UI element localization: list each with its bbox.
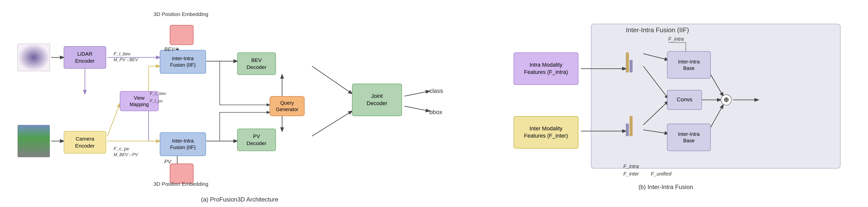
mbev-pv-label: M_BEV→PV [114,152,138,157]
add-circle: ⊕ [721,94,732,106]
convs-box: Convs [667,90,702,110]
inter-intra-base-bottom: Inter-Intra Base [667,124,711,151]
fintra-bottom-label: F_intra [623,164,639,169]
pv-label: PV [164,158,171,165]
right-caption: (b) Inter-Intra Fusion [579,183,753,190]
bar-tall-1 [626,53,629,72]
pos3d-top-label: 3D Position Embedding [154,11,208,17]
joint-decoder-box: Joint Decoder [352,84,402,116]
inter-intra-base-top: Inter-Intra Base [667,51,711,79]
pos3d-bottom-label: 3D Position Embedding [154,181,208,187]
iif-title: Inter-Intra Fusion (IIF) [626,26,689,34]
left-arrows-svg [15,9,489,199]
class-label: class [429,87,443,94]
right-diagram: Inter-Intra Fusion (IIF) [503,14,853,194]
query-generator-box: Query Generator [270,96,305,116]
camera-encoder-box: Camera Encoder [64,131,106,154]
svg-line-12 [312,66,352,94]
bar-tall-2 [629,116,632,136]
left-diagram: LiDAR Encoder Camera Encoder View Mappin… [15,9,489,199]
bev-decoder-box: BEV Decoder [237,53,276,75]
svg-line-14 [404,91,429,96]
main-container: LiDAR Encoder Camera Encoder View Mappin… [0,0,868,207]
bar-short-2 [626,124,629,136]
svg-line-4 [107,104,120,136]
bbox-label: bbox [429,109,442,116]
finter-bars [626,116,632,136]
svg-line-13 [312,111,352,136]
fintra-top-label: F_intra [668,36,684,42]
svg-line-15 [404,106,429,111]
fc-pv-label: F_c_pv [114,146,129,152]
lidar-image [18,44,50,71]
fc-bev-label: F_c_bev [150,91,166,96]
iif-container-box [591,24,841,169]
camera-image [18,125,50,157]
inter-features-box: Inter Modality Features (F_inter) [514,116,579,149]
lidar-encoder-box: LiDAR Encoder [64,46,106,69]
iif-bottom-box: Inter-Intra Fusion (IIF) [160,132,206,156]
fl-bev-label: F_l_bev [114,51,130,57]
fintra-bars-top [626,53,632,72]
bar-short-1 [629,60,632,72]
finter-label: F_inter [623,171,639,177]
left-caption: (a) ProFusion3D Architecture [127,196,352,203]
bev-label: BEV [164,46,175,52]
fl-pv-label: F_l_pv [150,99,162,104]
mpv-bev-label: M_PV→BEV [114,57,138,62]
iif-top-box: Inter-Intra Fusion (IIF) [160,50,206,73]
pv-decoder-box: PV Decoder [237,128,276,151]
pos3d-top-box [170,25,193,45]
funified-label: F_unified [651,171,671,177]
intra-features-box: Intra Modality Features (F_intra) [514,53,579,85]
pos3d-bottom-box [170,164,193,183]
